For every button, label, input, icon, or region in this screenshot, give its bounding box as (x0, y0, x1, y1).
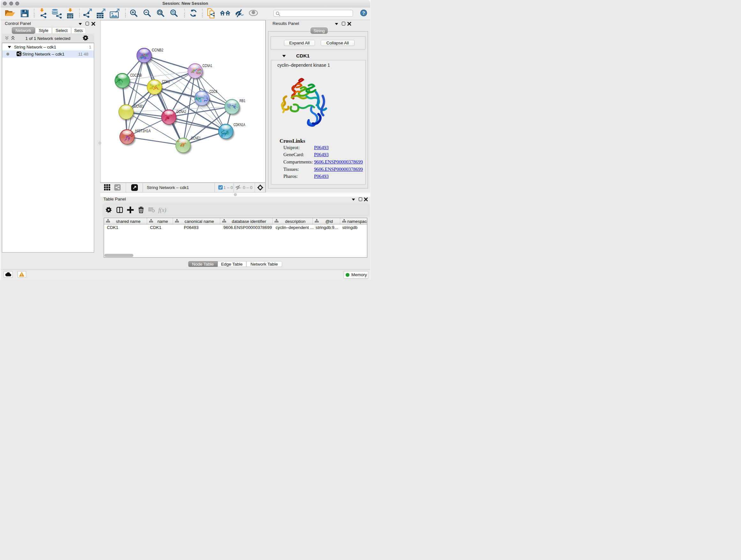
svg-text:CDC25B: CDC25B (130, 73, 142, 78)
svg-text:CCNA2: CCNA2 (177, 109, 186, 114)
svg-text:CCNB2: CCNB2 (152, 48, 164, 52)
svg-text:?: ? (362, 10, 365, 16)
svg-text:CDC6: CDC6 (210, 89, 218, 94)
svg-text:CDKN1A: CDKN1A (233, 122, 246, 127)
svg-text:CCNB1: CCNB1 (134, 104, 144, 109)
svg-text:CDK1: CDK1 (162, 79, 170, 84)
svg-text:RB1: RB1 (240, 98, 246, 103)
svg-text:CCNA1: CCNA1 (203, 63, 212, 68)
svg-text:HIST1H1A: HIST1H1A (135, 128, 151, 133)
svg-text:CCNE1: CCNE1 (191, 136, 201, 140)
